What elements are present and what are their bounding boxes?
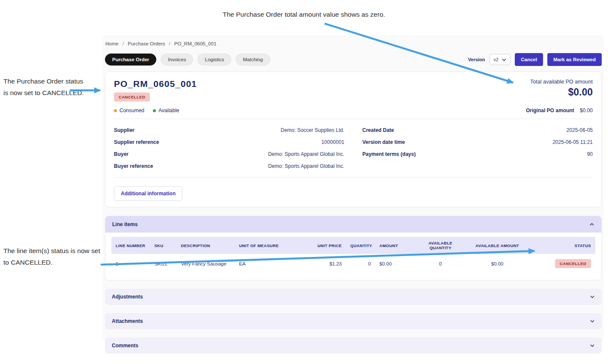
annotation-total-amount: The Purchase Order total amount value sh…	[223, 9, 403, 20]
divider	[114, 177, 593, 178]
breadcrumb-current: PO_RM_0605_001	[174, 41, 216, 46]
cell-unit-price: $1.23	[307, 254, 346, 273]
comments-title: Comments	[112, 343, 138, 349]
field-value: Demo: Sports Apparel Global Inc.	[268, 163, 344, 169]
field-value: Demo: Soccer Supplies Ltd.	[281, 127, 344, 133]
cell-quantity: 0	[346, 254, 375, 273]
mark-as-reviewed-button[interactable]: Mark as Reviewed	[547, 53, 602, 66]
annotation-po-status: The Purchase Order status is now set to …	[3, 75, 89, 98]
field-supplier-reference: Supplier reference 10000001	[114, 136, 344, 148]
chevron-down-icon	[590, 319, 595, 323]
page-title: PO_RM_0605_001	[114, 79, 197, 89]
field-value: 90	[587, 151, 593, 157]
field-supplier: Supplier Demo: Soccer Supplies Ltd.	[114, 124, 344, 136]
col-amount: AMOUNT	[375, 237, 414, 254]
line-items-table-wrap: LINE NUMBER SKU DESCRIPTION UNIT OF MEAS…	[105, 233, 601, 280]
adjustments-title: Adjustments	[112, 294, 143, 300]
field-label: Version date time	[362, 139, 405, 145]
tabs-row: Purchase Order Invoices Logistics Matchi…	[105, 53, 602, 66]
line-items-header[interactable]: Line items	[105, 216, 601, 233]
chevron-up-icon	[589, 223, 594, 226]
purchase-order-app: Home / Purchase Orders / PO_RM_0605_001 …	[103, 35, 604, 340]
version-value: v2	[494, 57, 499, 62]
field-payment-terms: Payment terms (days) 90	[362, 148, 593, 160]
col-status: STATUS	[528, 237, 595, 254]
field-value: 2025-06-05	[567, 127, 593, 133]
toolbar: Version v2 Cancel Mark as Reviewed	[468, 53, 602, 66]
cell-unit-of-measure: EA	[235, 254, 307, 273]
attachments-title: Attachments	[112, 318, 143, 324]
version-select[interactable]: v2	[490, 54, 511, 65]
breadcrumb-purchase-orders[interactable]: Purchase Orders	[128, 41, 165, 46]
comments-section-header[interactable]: Comments	[105, 337, 602, 354]
po-fields: Supplier Demo: Soccer Supplies Ltd. Supp…	[114, 124, 593, 172]
additional-information-button[interactable]: Additional information	[114, 186, 182, 201]
tab-purchase-order[interactable]: Purchase Order	[105, 54, 156, 66]
po-summary-card: PO_RM_0605_001 CANCELLED Total available…	[105, 72, 602, 207]
col-unit-of-measure: UNIT OF MEASURE	[235, 237, 307, 254]
original-po-amount: Original PO amount $0.00	[526, 107, 593, 113]
tab-matching[interactable]: Matching	[236, 54, 270, 66]
available-dot-icon	[153, 109, 156, 112]
col-sku: SKU	[150, 237, 176, 254]
col-quantity: QUANTITY	[346, 237, 375, 254]
field-version-date-time: Version date time 2025-06-05 11:21	[362, 136, 593, 148]
legend-consumed-label: Consumed	[119, 107, 144, 113]
col-description: DESCRIPTION	[177, 237, 235, 254]
total-available-label: Total available PO amount	[530, 79, 593, 85]
field-label: Payment terms (days)	[362, 151, 416, 157]
line-items-title: Line items	[112, 221, 137, 227]
version-label: Version	[468, 57, 485, 62]
table-header-row: LINE NUMBER SKU DESCRIPTION UNIT OF MEAS…	[111, 237, 595, 254]
field-value: 10000001	[322, 139, 344, 145]
field-label: Supplier	[114, 127, 134, 133]
field-label: Buyer	[114, 151, 128, 157]
col-available-quantity: AVAILABLE QUANTITY	[414, 237, 467, 254]
tab-logistics[interactable]: Logistics	[197, 54, 231, 66]
field-value: Demo: Sports Apparel Global Inc.	[268, 151, 344, 157]
field-label: Supplier reference	[114, 139, 159, 145]
page: The Purchase Order total amount value sh…	[0, 0, 609, 364]
po-status-badge: CANCELLED	[114, 92, 150, 101]
field-buyer: Buyer Demo: Sports Apparel Global Inc.	[114, 148, 344, 160]
line-items-section: Line items LINE NUMBER SKU DESCRIPTION U…	[105, 216, 602, 280]
original-po-amount-label: Original PO amount	[526, 107, 574, 113]
col-line-number: LINE NUMBER	[111, 237, 150, 254]
chevron-down-icon	[502, 58, 506, 61]
annotation-line-item-status: The line item(s) status is now set to CA…	[3, 245, 103, 268]
chevron-down-icon	[590, 295, 595, 298]
chevron-down-icon	[590, 344, 595, 347]
cancel-button[interactable]: Cancel	[515, 53, 543, 66]
cell-line-number: 1	[111, 254, 150, 273]
breadcrumb-separator: /	[169, 41, 170, 46]
cell-available-quantity: 0	[414, 254, 467, 273]
amount-legend: Consumed Available Original PO amount $0…	[114, 107, 593, 113]
legend-consumed: Consumed	[114, 107, 144, 113]
attachments-section-header[interactable]: Attachments	[105, 313, 602, 329]
original-po-amount-value: $0.00	[580, 107, 593, 113]
adjustments-section-header[interactable]: Adjustments	[105, 289, 602, 305]
consumed-dot-icon	[114, 109, 117, 112]
cell-description: Very Fancy Sausage	[177, 254, 235, 273]
field-buyer-reference: Buyer reference Demo: Sports Apparel Glo…	[114, 160, 344, 172]
breadcrumb-separator: /	[122, 41, 124, 46]
field-label: Buyer reference	[114, 163, 153, 169]
legend-available: Available	[153, 107, 179, 113]
tab-invoices[interactable]: Invoices	[161, 54, 193, 66]
legend-available-label: Available	[158, 107, 179, 113]
breadcrumb: Home / Purchase Orders / PO_RM_0605_001	[105, 39, 602, 46]
col-unit-price: UNIT PRICE	[307, 237, 346, 254]
divider	[114, 119, 593, 119]
field-value: 2025-06-05 11:21	[552, 139, 593, 145]
cell-amount: $0.00	[375, 254, 414, 273]
table-row: 1 SKU1 Very Fancy Sausage EA $1.23 0 $0.…	[111, 254, 595, 273]
field-label: Created Date	[362, 127, 394, 133]
cell-available-amount: $0.00	[467, 254, 528, 273]
line-items-table: LINE NUMBER SKU DESCRIPTION UNIT OF MEAS…	[111, 237, 595, 273]
col-available-amount: AVAILABLE AMOUNT	[467, 237, 528, 254]
cell-sku: SKU1	[150, 254, 176, 273]
field-created-date: Created Date 2025-06-05	[362, 124, 593, 136]
breadcrumb-home[interactable]: Home	[105, 41, 119, 46]
total-available-value: $0.00	[530, 87, 593, 98]
line-status-badge: CANCELLED	[555, 259, 591, 268]
